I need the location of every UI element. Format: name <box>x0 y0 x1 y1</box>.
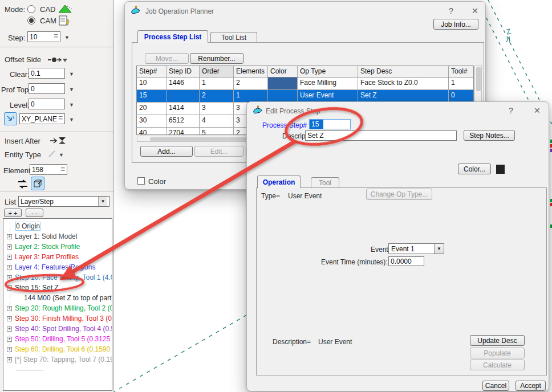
table-cell[interactable] <box>167 90 200 103</box>
table-cell[interactable]: 3 <box>200 103 234 115</box>
tree-item[interactable]: +Step 40: Spot Drilling, Tool 4 (0.5 <box>3 324 112 334</box>
column-header[interactable]: Tool# <box>449 66 474 77</box>
show-solid-toggle-button[interactable] <box>31 177 44 190</box>
step-input[interactable]: 10 ☰ <box>27 31 60 42</box>
level-input[interactable]: 0 <box>29 99 65 109</box>
renumber-button[interactable]: Renumber... <box>190 53 243 64</box>
expand-icon[interactable]: + <box>7 316 12 321</box>
table-cell[interactable]: 5 <box>200 128 234 135</box>
column-header[interactable]: Elements <box>234 66 268 77</box>
tree-item[interactable]: +Layer 2: Stock Profile <box>3 242 112 252</box>
color-checkbox[interactable] <box>137 177 145 185</box>
tree-item[interactable]: +Step 20: Rough Milling, Tool 2 (0 <box>3 303 112 313</box>
populate-button[interactable]: Populate <box>470 348 525 358</box>
table-cell[interactable]: 0 <box>449 90 474 103</box>
event-dropdown[interactable]: Event 1 ▼ <box>388 243 444 254</box>
tree-item[interactable]: +Layer 3: Part Profiles <box>3 252 112 262</box>
plane-dropdown-icon[interactable]: ▼ <box>69 117 74 122</box>
pick-list-icon[interactable]: ☰ <box>60 167 65 172</box>
list-dropdown-icon[interactable]: ▼ <box>98 197 107 206</box>
expand-icon[interactable]: + <box>7 255 12 260</box>
help-button[interactable]: ? <box>509 107 513 115</box>
entity-type-line-icon[interactable] <box>48 150 56 158</box>
help-button[interactable]: ? <box>449 7 453 15</box>
table-cell[interactable]: 30 <box>137 115 167 128</box>
calculate-button[interactable]: Calculate <box>470 360 525 370</box>
accept-button[interactable]: Accept <box>516 381 546 391</box>
tree-item[interactable]: ------------ <box>3 365 112 375</box>
table-cell[interactable]: User Event <box>298 90 358 103</box>
tab-operation[interactable]: Operation <box>257 175 301 188</box>
expand-icon[interactable]: + <box>7 244 12 250</box>
table-cell[interactable]: 1414 <box>167 103 200 115</box>
tab-tool-list[interactable]: Tool List <box>210 32 257 43</box>
plane-input[interactable]: XY_PLANE ☰ <box>19 113 65 124</box>
expand-icon[interactable]: + <box>7 347 12 352</box>
column-header[interactable]: Step ID <box>167 66 200 77</box>
offset-side-icon[interactable] <box>48 56 67 63</box>
table-cell[interactable]: 6512 <box>167 115 200 128</box>
expand-icon[interactable]: + <box>7 337 12 342</box>
tree-item[interactable]: 0 Origin <box>3 221 112 231</box>
plane-picker-button[interactable] <box>4 112 17 125</box>
table-cell[interactable]: 40 <box>137 128 167 135</box>
color-button[interactable]: Color... <box>458 164 491 174</box>
event-time-input[interactable]: 0.0000 <box>388 256 424 266</box>
column-header[interactable]: Op Type <box>298 66 358 77</box>
expand-icon[interactable]: + <box>7 234 12 239</box>
expand-all-button[interactable]: + + <box>4 209 22 217</box>
level-dropdown-icon[interactable]: ▼ <box>69 102 74 108</box>
job-info-button[interactable]: Job Info... <box>433 19 478 30</box>
table-cell[interactable]: 2 <box>234 77 268 90</box>
table-cell[interactable]: 2 <box>200 90 234 103</box>
cancel-button[interactable]: Cancel <box>482 381 509 391</box>
step-dropdown-icon[interactable]: ▼ <box>64 35 70 40</box>
cam-radio[interactable] <box>27 17 35 24</box>
expand-icon[interactable]: + <box>7 326 12 332</box>
table-cell[interactable]: 10 <box>137 77 167 90</box>
column-header[interactable]: Order <box>200 66 234 77</box>
table-cell[interactable]: 1446 <box>167 77 200 90</box>
element-input[interactable]: 158 ☰ <box>30 164 67 175</box>
table-cell[interactable]: 1 <box>234 90 268 103</box>
table-cell[interactable]: 2704 <box>167 128 200 135</box>
expand-icon[interactable]: + <box>7 275 12 280</box>
tree-item[interactable]: +Layer 1: Solid Model <box>3 231 112 242</box>
column-header[interactable]: Step Desc <box>358 66 449 77</box>
close-button[interactable]: ✕ <box>472 7 478 15</box>
color-cell[interactable] <box>268 77 298 90</box>
collapse-icon[interactable]: − <box>7 285 12 291</box>
edit-button[interactable]: Edit... <box>194 146 243 157</box>
table-cell[interactable]: Face Stock to Z0.0 <box>358 77 449 90</box>
table-row[interactable]: 1521User EventSet Z0 <box>137 90 473 103</box>
tree-item[interactable]: +Step 60: Drilling, Tool 6 (0.1590 D <box>3 344 112 354</box>
table-cell[interactable]: 15 <box>137 90 167 103</box>
column-header[interactable]: Step# <box>137 66 167 77</box>
expand-icon[interactable]: + <box>7 306 12 311</box>
tree-item[interactable]: +Layer 4: Features/Regions <box>3 262 112 272</box>
tree-item[interactable]: −Step 15: Set Z <box>3 283 112 293</box>
close-button[interactable]: ✕ <box>534 107 541 115</box>
table-cell[interactable]: 4 <box>200 115 234 128</box>
table-cell[interactable]: Set Z <box>358 90 449 103</box>
update-desc-button[interactable]: Update Desc <box>470 335 525 346</box>
tree-item[interactable]: +Step 10: Face Milling, Tool 1 (4.0 <box>3 272 112 283</box>
description-input[interactable]: Set Z <box>305 130 457 141</box>
cad-radio[interactable] <box>27 5 35 13</box>
step-notes-button[interactable]: Step Notes... <box>464 130 515 141</box>
move-button[interactable]: Move... <box>145 53 189 64</box>
tree-item[interactable]: +Step 30: Finish Milling, Tool 3 (0. <box>3 313 112 324</box>
color-swatch[interactable] <box>496 165 505 174</box>
prof-top-dropdown-icon[interactable]: ▼ <box>69 87 74 92</box>
expand-icon[interactable]: + <box>7 357 12 362</box>
pick-list-icon[interactable]: ☰ <box>54 34 58 39</box>
event-dropdown-icon[interactable]: ▼ <box>434 244 444 254</box>
column-header[interactable]: Color <box>268 66 298 77</box>
table-cell[interactable]: Face Milling <box>298 77 358 90</box>
reverse-direction-icon[interactable] <box>17 179 29 189</box>
clear-input[interactable]: 0.1 <box>29 68 65 79</box>
entity-type-dropdown-icon[interactable]: ▼ <box>59 152 64 158</box>
tree-item[interactable]: +[*] Step 70: Tapping, Tool 7 (0.19 <box>3 354 112 365</box>
scrollbar-thumb[interactable] <box>476 67 481 91</box>
expand-icon[interactable]: + <box>7 265 12 270</box>
